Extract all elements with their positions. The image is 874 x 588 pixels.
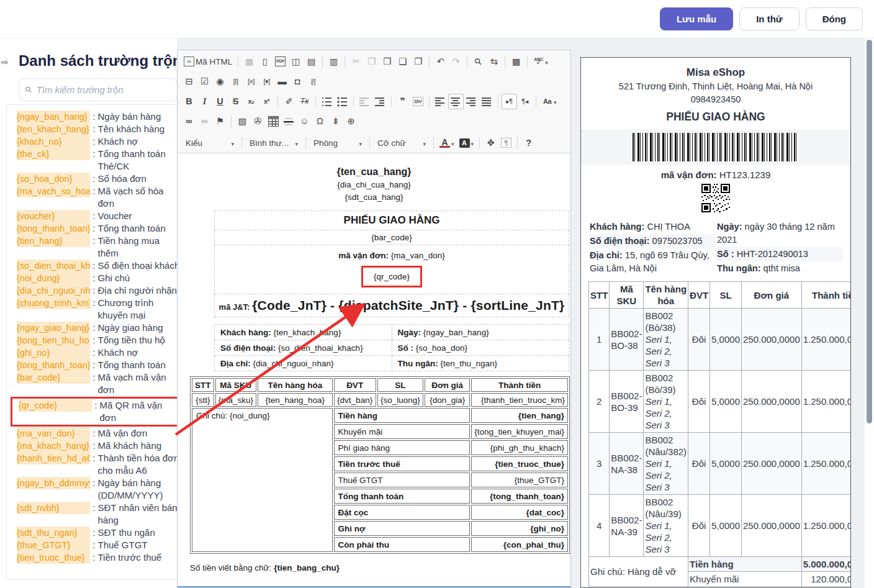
merge-field-item[interactable]: {ten_khach_hang}Tên khách hàng	[13, 123, 177, 135]
merge-field-item[interactable]: {so_dien_thoai_khach}Số điện thoại khách	[13, 260, 177, 272]
text-field-button[interactable]: [I]	[228, 74, 243, 89]
merge-field-item[interactable]: {ngay_ban_hang}Ngày bán hàng	[13, 111, 177, 123]
bulleted-list-button[interactable]	[335, 94, 350, 109]
find-button[interactable]: ⚲	[471, 54, 486, 70]
copy-button[interactable]: ❐	[364, 54, 379, 70]
font-select[interactable]: Phông	[309, 134, 366, 152]
merge-field-item[interactable]: {tong_thanh_toan}Tổng thanh toán	[13, 222, 177, 235]
table-button[interactable]	[266, 114, 281, 129]
export-pdf-button[interactable]: PDF	[273, 54, 288, 69]
field-code-chip[interactable]: {ngay_ban_hang}	[17, 111, 90, 123]
spell-check-button[interactable]: ABC	[531, 53, 551, 70]
merge-field-item[interactable]: {voucher}Voucher	[13, 210, 177, 222]
merge-field-item[interactable]: {ma_khach_hang}Mã khách hàng	[13, 440, 177, 452]
field-code-chip[interactable]: {so_hoa_don}	[17, 173, 90, 185]
about-button[interactable]: ?	[521, 135, 536, 151]
image-button-button[interactable]: ◘	[290, 74, 305, 89]
field-code-chip[interactable]: {tien_hang}	[17, 235, 90, 247]
blockquote-button[interactable]: ❞	[395, 94, 410, 109]
merge-field-item[interactable]: {ma_van_don}Mã vận đơn	[13, 427, 177, 440]
field-code-chip[interactable]: {bar_code}	[17, 371, 90, 384]
field-code-chip[interactable]: {qr_code}	[19, 399, 92, 412]
field-code-chip[interactable]: {so_dien_thoai_khach}	[17, 260, 90, 272]
text-direction-ltr-button[interactable]: ▸¶	[502, 94, 517, 109]
save-template-button[interactable]: Lưu mẫu	[660, 7, 733, 30]
unlink-button[interactable]: ∞	[197, 114, 212, 129]
paste-word-button[interactable]: ❐	[410, 54, 426, 70]
page-break-button[interactable]: ⇟	[328, 114, 343, 129]
increase-indent-button[interactable]	[372, 94, 388, 109]
merge-field-item[interactable]: {noi_dung}Ghi chú	[13, 272, 177, 284]
styles-select[interactable]: Kiểu	[181, 134, 238, 152]
special-char-button[interactable]: Ω	[312, 114, 328, 129]
maximize-button[interactable]: ✥	[483, 135, 498, 151]
merge-field-item[interactable]: {tong_tien_thu_ho}Tổng tiền thu hộ	[13, 334, 177, 346]
text-direction-rtl-button[interactable]: ¶◂	[517, 94, 533, 109]
align-center-button[interactable]	[448, 94, 464, 109]
merge-field-item[interactable]: {ma_vach_so_hoa_don}Mã vạch số hóa đơn	[13, 185, 177, 210]
search-input[interactable]	[37, 84, 171, 95]
underline-button[interactable]: U	[212, 94, 228, 109]
checkbox-button[interactable]: ☑	[197, 74, 212, 89]
cut-button[interactable]: ✂	[348, 54, 364, 70]
text-color-button[interactable]: A	[437, 135, 457, 151]
field-code-chip[interactable]: {tong_thanh_toan}	[17, 222, 90, 235]
textarea-button[interactable]: [≡]	[243, 74, 259, 89]
field-code-chip[interactable]: {ngay_bh_ddmmyyyy}	[17, 477, 90, 489]
merge-field-item[interactable]: {sdt_nvbh}SĐT nhân viên bán hàng	[13, 502, 177, 527]
undo-button[interactable]: ↶	[433, 54, 448, 70]
subscript-button[interactable]: x₂	[243, 94, 259, 109]
horizontal-rule-button[interactable]	[281, 114, 297, 129]
select-field-button[interactable]: [▾]	[259, 74, 274, 89]
radio-button[interactable]: ◉	[212, 74, 228, 89]
field-code-chip[interactable]: {khach_no}	[17, 135, 90, 148]
merge-field-item[interactable]: {dia_chi_nguoi_nhan}Địa chỉ người nhận	[13, 284, 177, 297]
align-right-button[interactable]	[464, 94, 479, 109]
print-button[interactable]: ▤	[304, 54, 319, 70]
field-code-chip[interactable]: {sdt_nvbh}	[17, 502, 90, 514]
merge-field-item[interactable]: {ngay_bh_ddmmyyyy}Ngày bán hàng (DD/MM/Y…	[13, 477, 177, 502]
decrease-indent-button[interactable]	[357, 94, 372, 109]
field-code-chip[interactable]: {ten_khach_hang}	[17, 123, 90, 135]
format-select[interactable]: Bình thư...	[245, 134, 302, 152]
merge-field-item[interactable]: {qr_code}Mã QR mã vận đơn	[11, 397, 177, 427]
select-all-button[interactable]: ▩	[508, 54, 524, 70]
merge-field-item[interactable]: {the_ck}Tổng thanh toán Thẻ/CK	[13, 148, 177, 173]
language-button[interactable]: Aa	[539, 93, 559, 109]
superscript-button[interactable]: x²	[259, 94, 274, 109]
editor-content-area[interactable]: {ten_cua_hang} {dia_chi_cua_hang} {sdt_c…	[178, 154, 570, 586]
merge-field-item[interactable]: {tong_thanh_toan}Tổng thanh toán	[13, 359, 177, 371]
italic-button[interactable]: I	[197, 94, 212, 109]
numbered-list-button[interactable]	[319, 94, 335, 109]
link-button[interactable]: ∞	[181, 114, 197, 129]
field-code-chip[interactable]: {ghi_no}	[17, 346, 90, 359]
save-button[interactable]: ▦	[241, 54, 257, 70]
paste-text-button[interactable]: ❑	[395, 54, 410, 70]
field-code-chip[interactable]: {ma_khach_hang}	[17, 440, 90, 452]
field-code-chip[interactable]: {ma_vach_so_hoa_don}	[17, 185, 90, 197]
merge-field-item[interactable]: {ngay_giao_hang}Ngày giao hàng	[13, 322, 177, 334]
merge-field-item[interactable]: {khach_no}Khách nợ	[13, 135, 177, 148]
field-code-chip[interactable]: {voucher}	[17, 210, 90, 222]
form-button[interactable]: ⊟	[181, 74, 197, 89]
collapse-arrow-icon[interactable]: ⇨	[1, 57, 9, 67]
merge-field-item[interactable]: {chuong_trinh_km}Chương trình khuyến mại	[13, 297, 177, 322]
field-code-chip[interactable]: {chuong_trinh_km}	[17, 297, 90, 309]
strikethrough-button[interactable]: S	[228, 94, 243, 109]
justify-button[interactable]	[479, 94, 495, 109]
merge-field-item[interactable]: {bar_code}Mã vạch mã vận đơn	[13, 371, 177, 396]
iframe-button[interactable]: ⊕	[343, 114, 359, 129]
div-container-button[interactable]: DIV	[410, 94, 426, 109]
scrollbar-thumb[interactable]	[867, 40, 872, 423]
merge-field-item[interactable]: {thanh_tien_hd_a6}Thành tiền hóa đơn cho…	[13, 452, 177, 477]
new-page-button[interactable]: ▯	[257, 54, 273, 70]
test-print-button[interactable]: In thử	[739, 7, 800, 30]
field-code-chip[interactable]: {tong_tien_thu_ho}	[17, 334, 90, 346]
field-code-chip[interactable]: {sdt_thu_ngan}	[17, 527, 90, 539]
image-button[interactable]: ▧	[235, 114, 250, 129]
field-code-chip[interactable]: {the_ck}	[17, 148, 90, 160]
button-field-button[interactable]: ▬	[274, 74, 290, 89]
background-color-button[interactable]: A	[457, 135, 477, 151]
field-code-chip[interactable]: {thue_GTGT}	[17, 539, 90, 551]
bold-button[interactable]: B	[181, 94, 197, 109]
